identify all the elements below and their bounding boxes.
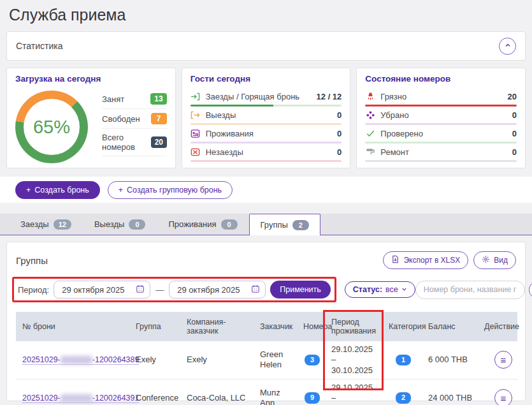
checked-value: 0 xyxy=(512,129,517,138)
header-booking-number: № брони xyxy=(16,312,131,341)
guests-card: Гости сегодня Заезды / Горящая бронь 12 … xyxy=(182,68,351,168)
occupancy-donut-chart: 65% xyxy=(15,91,88,163)
legend-item-occupied: Занят 13 xyxy=(102,89,167,109)
header-action: Действие xyxy=(479,312,517,341)
stat-row-cleaned[interactable]: Убрано 0 xyxy=(365,107,517,123)
search-button[interactable] xyxy=(529,281,532,298)
period-filter-annotation: Период: 29 октября 2025 — 29 октября 202… xyxy=(12,277,336,302)
stat-row-repair[interactable]: Ремонт 0 xyxy=(365,144,517,160)
chevron-down-icon xyxy=(401,285,407,294)
header-balance: Баланс xyxy=(423,312,479,341)
free-count-badge: 7 xyxy=(151,113,167,124)
header-rooms: Номера xyxy=(298,312,326,341)
search-input[interactable] xyxy=(415,281,525,299)
tab-stays-count: 0 xyxy=(221,219,238,230)
tab-stays[interactable]: Проживания 0 xyxy=(157,213,248,235)
groups-table: № брони Группа Компания-заказчик Заказчи… xyxy=(16,312,517,405)
stat-row-noshows[interactable]: Незаезды 0 xyxy=(191,144,342,160)
export-xlsx-button[interactable]: Экспорт в XLSX xyxy=(383,251,468,269)
check-in-icon xyxy=(191,92,201,101)
tab-departures[interactable]: Выезды 0 xyxy=(83,213,157,235)
repair-progress xyxy=(365,160,517,162)
rooms-card: Состояние номеров Грязно 20 Убрано 0 xyxy=(356,68,526,168)
booking-link[interactable]: 20251029--1200264389 xyxy=(22,355,139,365)
chevron-up-icon xyxy=(504,41,512,51)
stat-row-checkins[interactable]: Заезды / Горящая бронь 12 / 12 xyxy=(191,88,342,105)
page-title: Служба приема xyxy=(0,0,532,27)
statistics-panel-title: Статистика xyxy=(16,41,63,51)
stat-row-dirty[interactable]: Грязно 20 xyxy=(365,88,517,105)
rooms-count-badge: 3 xyxy=(305,355,320,366)
stay-period-cell: 29.10.2025 – 30.10.2025 xyxy=(326,341,384,379)
stat-cards: Загрузка на сегодня 65% Занят 13 Свободе… xyxy=(6,68,526,168)
table-header-row: № брони Группа Компания-заказчик Заказчи… xyxy=(16,312,517,341)
groups-filter-row: Период: 29 октября 2025 — 29 октября 202… xyxy=(16,277,516,302)
group-cell: Exely xyxy=(131,341,182,379)
booking-link[interactable]: 20251029--1200264391 xyxy=(22,394,139,403)
customer-cell: Munz Ann xyxy=(255,379,298,405)
tab-arrivals[interactable]: Заезды 12 xyxy=(9,213,83,235)
header-company: Компания-заказчик xyxy=(182,312,255,341)
dirty-value: 20 xyxy=(508,92,517,101)
period-label: Период: xyxy=(18,285,49,295)
groups-table-wrap: № брони Группа Компания-заказчик Заказчи… xyxy=(16,312,516,405)
legend-item-free: Свободен 7 xyxy=(102,109,167,129)
date-range-dash: — xyxy=(155,285,164,295)
collapse-statistics-button[interactable] xyxy=(499,38,516,55)
apply-filter-button[interactable]: Применить xyxy=(270,281,331,298)
stat-row-stays[interactable]: Проживания 0 xyxy=(191,125,342,142)
create-booking-button[interactable]: + Создать бронь xyxy=(15,181,100,199)
cleaned-icon xyxy=(365,110,375,120)
date-from-input[interactable]: 29 октября 2025 xyxy=(54,281,150,298)
rooms-count-badge: 9 xyxy=(305,392,320,404)
repair-value: 0 xyxy=(512,147,517,157)
plus-icon: + xyxy=(26,186,31,195)
header-customer: Заказчик xyxy=(255,312,298,341)
stat-row-checkouts[interactable]: Выезды 0 xyxy=(191,107,342,123)
company-cell: Coca-Cola, LLC xyxy=(182,379,255,405)
tab-departures-count: 0 xyxy=(129,219,145,230)
no-show-icon xyxy=(191,147,201,157)
file-download-icon xyxy=(391,255,399,265)
reception-page: Служба приема Статистика Загрузка на сег… xyxy=(0,0,532,405)
bookings-tabs: Заезды 12 Выезды 0 Проживания 0 Группы 2 xyxy=(0,214,532,235)
status-filter-dropdown[interactable]: Статус: все xyxy=(345,281,415,298)
table-row: 20251029--1200264389 Exely Exely Green H… xyxy=(16,341,517,379)
row-actions-button[interactable]: ≡ xyxy=(494,351,512,369)
repair-icon xyxy=(365,147,375,157)
total-count-badge: 20 xyxy=(151,136,167,148)
header-category: Категория xyxy=(384,312,423,341)
balance-cell: 24 000 THB xyxy=(423,379,479,405)
occupancy-percent: 65% xyxy=(15,91,88,163)
guests-card-title: Гости сегодня xyxy=(191,74,342,84)
balance-cell: 6 000 THB xyxy=(423,341,479,379)
checkins-value: 12 / 12 xyxy=(317,92,342,101)
row-actions-button[interactable]: ≡ xyxy=(494,389,512,405)
tab-arrivals-count: 12 xyxy=(54,219,71,230)
date-to-input[interactable]: 29 октября 2025 xyxy=(169,281,266,298)
view-settings-button[interactable]: Вид xyxy=(473,251,516,269)
noshows-value: 0 xyxy=(337,147,341,157)
gear-icon xyxy=(482,255,490,265)
stay-period-cell: 29.10.2025 – 31.10.2025 xyxy=(326,379,384,405)
noshows-progress xyxy=(191,160,342,162)
plus-icon: + xyxy=(119,186,123,195)
cleaned-value: 0 xyxy=(512,110,517,120)
company-cell: Exely xyxy=(182,341,255,379)
tab-groups-count: 2 xyxy=(292,220,309,230)
rooms-card-title: Состояние номеров xyxy=(365,74,517,84)
legend-item-total: Всего номеров 20 xyxy=(102,129,167,156)
groups-panel: Группы Экспорт в XLSX Вид Период: xyxy=(6,242,526,401)
header-stay-period: Период проживания xyxy=(326,312,384,341)
dirty-icon xyxy=(365,92,375,101)
group-cell: Conference xyxy=(131,379,182,405)
stat-row-checked[interactable]: Проверено 0 xyxy=(365,125,517,142)
occupancy-legend: Занят 13 Свободен 7 Всего номеров 20 xyxy=(102,88,167,156)
tab-groups[interactable]: Группы 2 xyxy=(249,214,320,235)
checkouts-value: 0 xyxy=(337,110,341,120)
groups-title: Группы xyxy=(16,255,48,266)
statistics-panel: Статистика xyxy=(6,31,526,61)
table-row: 20251029--1200264391 Conference Coca-Col… xyxy=(16,379,517,405)
create-group-booking-button[interactable]: + Создать групповую бронь xyxy=(108,181,233,199)
stay-icon xyxy=(191,129,201,138)
